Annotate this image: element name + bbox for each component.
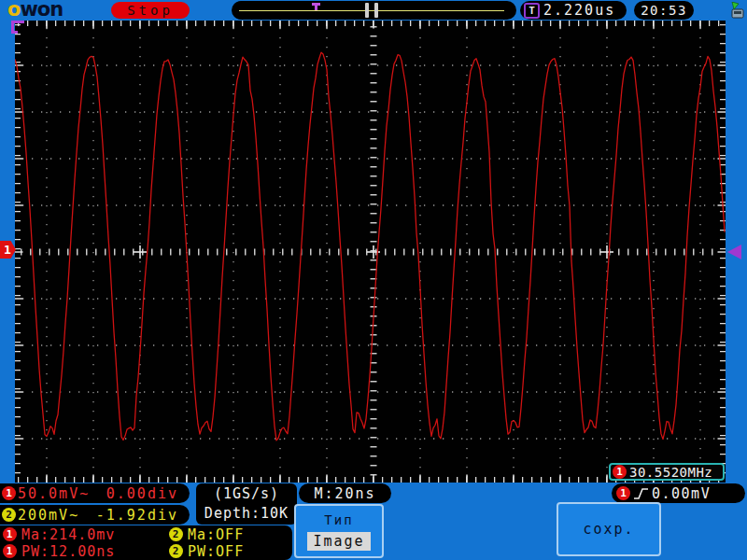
horizontal-position-bar[interactable] xyxy=(232,1,516,20)
acquisition-status: (1GS/s) Depth:10K xyxy=(196,483,297,525)
channel2-status[interactable]: 2 200mV~ -1.92div xyxy=(0,505,190,525)
channel2-offset: -1.92div xyxy=(96,507,178,524)
measurement-ch1-max: 1 Ma:214.0mv xyxy=(3,526,169,543)
trigger-status[interactable]: 1 0.00mV xyxy=(612,483,745,503)
measurement-ch1-pw: 1 PW:12.00ns xyxy=(3,543,169,560)
status-bar: 1 50.0mV~ 0.00div 2 200mV~ -1.92div (1GS… xyxy=(0,483,747,560)
measurement-badge: 2 xyxy=(169,527,183,541)
trigger-source-badge: 1 xyxy=(616,486,630,500)
trigger-time-readout: T 2.220us xyxy=(520,1,627,20)
measurement-badge: 1 xyxy=(3,527,17,541)
owon-logo: owon xyxy=(7,0,63,20)
type-menu-label: Тип xyxy=(324,512,353,527)
channel1-zero-marker-label: 1 xyxy=(4,243,11,257)
view-window-bracket-left xyxy=(365,3,369,18)
scope-grid-and-trace xyxy=(15,21,726,483)
save-button-label: сохр. xyxy=(583,521,634,538)
clock-readout: 20:53 xyxy=(634,1,694,20)
measurements-panel: 1 Ma:214.0mv 2 Ma:OFF 1 PW:12.00ns 2 PW:… xyxy=(0,525,292,560)
trigger-level-value: 0.00mV xyxy=(652,485,711,502)
run-state-label: Stop xyxy=(127,3,174,18)
channel1-offset: 0.00div xyxy=(106,485,178,502)
measurement-ch2-max: 2 Ma:OFF xyxy=(169,526,292,543)
top-bar: owon Stop T 2.220us 20:53 xyxy=(0,0,747,21)
trigger-t-icon: T xyxy=(524,3,540,19)
waveform-display xyxy=(15,21,726,483)
trigger-offscreen-marker-icon xyxy=(11,21,26,35)
channel1-scale: 50.0mV~ xyxy=(18,485,90,502)
measurement-ch2-pw: 2 PW:OFF xyxy=(169,543,292,560)
measurement-badge: 2 xyxy=(169,544,183,558)
timebase-value: M:20ns xyxy=(314,485,375,502)
usb-storage-icon xyxy=(729,2,745,20)
memory-window-line xyxy=(239,10,504,11)
measurement-label: Ma:OFF xyxy=(188,526,244,543)
trigger-position-marker-icon xyxy=(312,3,320,10)
channel2-scale: 200mV~ xyxy=(18,507,79,524)
type-menu-value: Image xyxy=(307,532,370,551)
measurement-label: Ma:214.0mv xyxy=(21,526,115,543)
measurement-badge: 1 xyxy=(3,544,17,558)
logo-rest: won xyxy=(20,0,63,21)
clock-value: 20:53 xyxy=(641,3,687,18)
channel2-badge: 2 xyxy=(2,508,16,522)
timebase-status[interactable]: M:20ns xyxy=(299,483,391,503)
frequency-value: 30.5520MHz xyxy=(629,465,712,480)
view-window-bracket-right xyxy=(374,3,378,18)
measurement-label: PW:OFF xyxy=(188,543,244,560)
run-state-button[interactable]: Stop xyxy=(111,2,190,19)
sample-rate: (1GS/s) xyxy=(214,484,279,504)
frequency-channel-badge: 1 xyxy=(613,465,627,479)
memory-depth: Depth:10K xyxy=(204,504,289,524)
logo-first-letter: o xyxy=(7,0,20,21)
channel1-badge: 1 xyxy=(2,486,16,500)
frequency-counter: 1 30.5520MHz xyxy=(609,463,725,481)
trigger-time-value: 2.220us xyxy=(543,2,615,19)
type-menu-button[interactable]: Тип Image xyxy=(294,504,384,558)
channel1-status[interactable]: 1 50.0mV~ 0.00div xyxy=(0,483,190,503)
channel1-zero-marker[interactable]: 1 xyxy=(0,241,16,259)
save-button[interactable]: сохр. xyxy=(557,502,661,556)
trigger-level-marker-icon[interactable] xyxy=(727,245,741,259)
measurement-label: PW:12.00ns xyxy=(21,543,115,560)
rising-edge-icon xyxy=(633,486,650,501)
